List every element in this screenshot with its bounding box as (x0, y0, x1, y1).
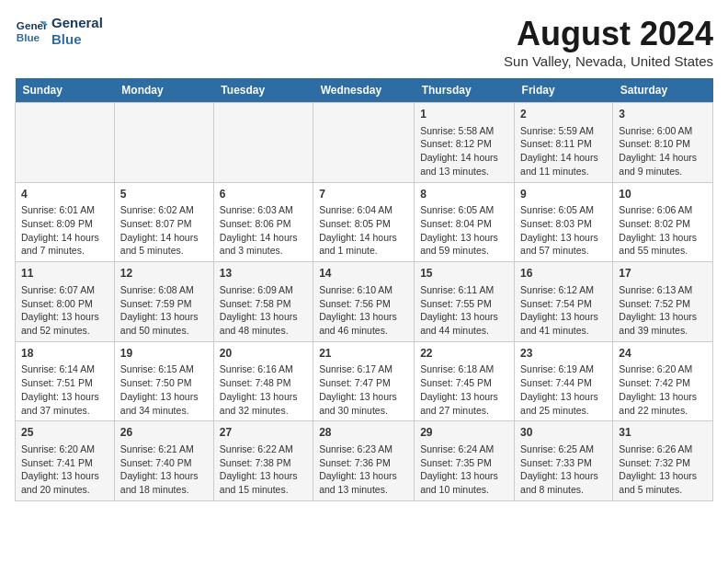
day-number: 1 (420, 107, 508, 122)
cell-content-line: and 52 minutes. (21, 324, 108, 338)
day-number: 30 (520, 425, 607, 441)
calendar-cell: 6Sunrise: 6:03 AMSunset: 8:06 PMDaylight… (213, 182, 313, 262)
calendar-cell: 30Sunrise: 6:25 AMSunset: 7:33 PMDayligh… (515, 421, 613, 501)
cell-content-line: and 55 minutes. (619, 244, 707, 258)
cell-content-line: Sunrise: 6:01 AM (21, 203, 108, 217)
cell-content-line: Sunset: 7:55 PM (420, 297, 508, 311)
calendar-cell: 2Sunrise: 5:59 AMSunset: 8:11 PMDaylight… (515, 103, 613, 183)
calendar-cell: 28Sunrise: 6:23 AMSunset: 7:36 PMDayligh… (313, 421, 415, 501)
cell-content-line: Sunset: 7:33 PM (520, 456, 607, 470)
cell-content-line: Sunrise: 5:59 AM (520, 124, 607, 138)
cell-content-line: and 13 minutes. (319, 483, 408, 497)
day-number: 16 (520, 266, 607, 282)
cell-content-line: Daylight: 13 hours (619, 231, 707, 245)
calendar-cell: 3Sunrise: 6:00 AMSunset: 8:10 PMDaylight… (613, 103, 713, 183)
cell-content-line: and 25 minutes. (520, 404, 607, 418)
cell-content-line: Sunrise: 6:11 AM (420, 283, 508, 297)
calendar-week-row: 1Sunrise: 5:58 AMSunset: 8:12 PMDaylight… (16, 103, 713, 183)
cell-content-line: and 1 minute. (319, 244, 408, 258)
cell-content-line: Sunset: 8:09 PM (21, 217, 108, 231)
day-number: 8 (420, 187, 508, 202)
svg-text:General: General (17, 19, 48, 31)
weekday-header-friday: Friday (515, 78, 613, 103)
cell-content-line: Sunrise: 6:06 AM (619, 203, 707, 217)
cell-content-line: Sunrise: 6:12 AM (520, 283, 607, 297)
cell-content-line: Sunset: 7:36 PM (319, 456, 408, 470)
cell-content-line: Daylight: 13 hours (21, 390, 108, 404)
day-number: 5 (120, 187, 208, 202)
cell-content-line: Sunrise: 6:14 AM (21, 362, 108, 376)
cell-content-line: and 44 minutes. (420, 324, 508, 338)
calendar-cell: 10Sunrise: 6:06 AMSunset: 8:02 PMDayligh… (613, 182, 713, 262)
weekday-header-row: SundayMondayTuesdayWednesdayThursdayFrid… (16, 78, 713, 103)
cell-content-line: and 39 minutes. (619, 324, 707, 338)
cell-content-line: Sunrise: 6:17 AM (319, 362, 408, 376)
cell-content-line: Sunset: 7:38 PM (220, 456, 307, 470)
cell-content-line: Sunset: 7:40 PM (120, 456, 208, 470)
cell-content-line: Sunset: 7:44 PM (520, 376, 607, 390)
cell-content-line: and 18 minutes. (120, 483, 208, 497)
cell-content-line: Daylight: 13 hours (319, 390, 408, 404)
cell-content-line: Daylight: 13 hours (520, 469, 607, 483)
cell-content-line: Sunrise: 6:25 AM (520, 442, 607, 456)
calendar-week-row: 4Sunrise: 6:01 AMSunset: 8:09 PMDaylight… (16, 182, 713, 262)
cell-content-line: Sunrise: 6:18 AM (420, 362, 508, 376)
cell-content-line: Daylight: 13 hours (420, 310, 508, 324)
weekday-header-sunday: Sunday (16, 78, 115, 103)
cell-content-line: and 11 minutes. (520, 165, 607, 178)
cell-content-line: and 46 minutes. (319, 324, 408, 338)
cell-content-line: Sunrise: 6:26 AM (619, 442, 707, 456)
weekday-header-tuesday: Tuesday (213, 78, 313, 103)
cell-content-line: Sunrise: 6:07 AM (21, 283, 108, 297)
calendar-cell: 11Sunrise: 6:07 AMSunset: 8:00 PMDayligh… (16, 262, 115, 342)
calendar-cell: 12Sunrise: 6:08 AMSunset: 7:59 PMDayligh… (114, 262, 213, 342)
cell-content-line: Sunset: 7:50 PM (120, 376, 208, 390)
svg-text:Blue: Blue (17, 31, 40, 43)
cell-content-line: Sunset: 8:00 PM (21, 297, 108, 311)
cell-content-line: Daylight: 14 hours (520, 151, 607, 165)
calendar-cell: 18Sunrise: 6:14 AMSunset: 7:51 PMDayligh… (16, 341, 115, 421)
cell-content-line: and 20 minutes. (21, 483, 108, 497)
cell-content-line: and 32 minutes. (220, 404, 307, 418)
cell-content-line: and 15 minutes. (220, 483, 307, 497)
cell-content-line: Sunset: 7:41 PM (21, 456, 108, 470)
header: General Blue General Blue August 2024 Su… (15, 15, 713, 69)
cell-content-line: and 13 minutes. (420, 165, 508, 178)
calendar-cell: 5Sunrise: 6:02 AMSunset: 8:07 PMDaylight… (114, 182, 213, 262)
day-number: 14 (319, 266, 408, 282)
calendar-cell: 13Sunrise: 6:09 AMSunset: 7:58 PMDayligh… (213, 262, 313, 342)
cell-content-line: Daylight: 13 hours (619, 310, 707, 324)
cell-content-line: Sunset: 7:51 PM (21, 376, 108, 390)
day-number: 15 (420, 266, 508, 282)
title-section: August 2024 Sun Valley, Nevada, United S… (504, 15, 713, 69)
location-title: Sun Valley, Nevada, United States (504, 53, 713, 69)
calendar-cell: 21Sunrise: 6:17 AMSunset: 7:47 PMDayligh… (313, 341, 415, 421)
calendar-header: SundayMondayTuesdayWednesdayThursdayFrid… (16, 78, 713, 103)
cell-content-line: and 22 minutes. (619, 404, 707, 418)
cell-content-line: Sunset: 8:06 PM (220, 217, 307, 231)
cell-content-line: and 30 minutes. (319, 404, 408, 418)
calendar-cell: 8Sunrise: 6:05 AMSunset: 8:04 PMDaylight… (415, 182, 515, 262)
cell-content-line: Sunset: 8:12 PM (420, 137, 508, 151)
day-number: 3 (619, 107, 707, 122)
cell-content-line: Sunset: 7:48 PM (220, 376, 307, 390)
cell-content-line: and 34 minutes. (120, 404, 208, 418)
cell-content-line: and 9 minutes. (619, 165, 707, 178)
cell-content-line: Sunrise: 6:24 AM (420, 442, 508, 456)
logo-text-blue: Blue (51, 31, 103, 48)
cell-content-line: Daylight: 13 hours (120, 469, 208, 483)
calendar-cell: 26Sunrise: 6:21 AMSunset: 7:40 PMDayligh… (114, 421, 213, 501)
cell-content-line: and 3 minutes. (220, 244, 307, 258)
cell-content-line: Daylight: 13 hours (220, 310, 307, 324)
cell-content-line: and 41 minutes. (520, 324, 607, 338)
day-number: 6 (220, 187, 307, 202)
cell-content-line: Sunrise: 6:03 AM (220, 203, 307, 217)
cell-content-line: Sunset: 7:58 PM (220, 297, 307, 311)
day-number: 24 (619, 346, 707, 362)
cell-content-line: Sunset: 7:47 PM (319, 376, 408, 390)
logo-text-general: General (51, 15, 103, 31)
cell-content-line: Sunrise: 6:15 AM (120, 362, 208, 376)
day-number: 20 (220, 346, 307, 362)
cell-content-line: Sunset: 7:32 PM (619, 456, 707, 470)
cell-content-line: Daylight: 14 hours (619, 151, 707, 165)
